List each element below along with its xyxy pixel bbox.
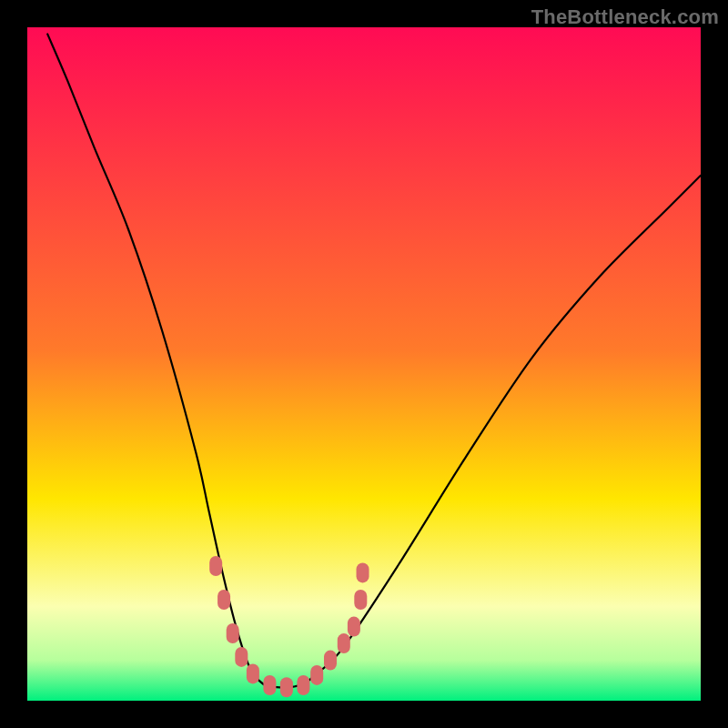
valley-marker: [209, 556, 222, 576]
valley-marker: [263, 675, 276, 695]
plot-area: [27, 27, 701, 701]
valley-marker: [338, 633, 350, 653]
valley-marker: [227, 623, 239, 643]
valley-marker: [297, 675, 309, 695]
valley-marker: [247, 663, 259, 683]
chart-svg: [27, 27, 701, 701]
valley-marker: [310, 665, 323, 685]
valley-marker: [354, 590, 367, 610]
valley-marker: [235, 647, 248, 667]
valley-marker: [348, 617, 360, 637]
valley-marker: [217, 590, 230, 610]
watermark-text: TheBottleneck.com: [531, 5, 719, 29]
valley-marker: [280, 677, 293, 697]
chart-frame: TheBottleneck.com: [0, 0, 728, 728]
valley-marker: [324, 651, 337, 671]
valley-marker: [357, 562, 369, 582]
